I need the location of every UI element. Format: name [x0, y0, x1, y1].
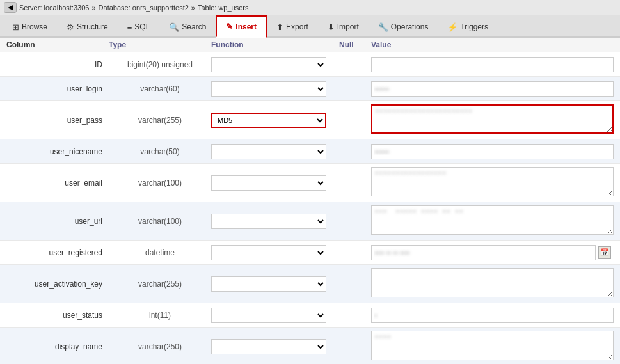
row-function-1: AES_DECRYPTAES_ENCRYPTBINBIT_COUNTCHARCO…: [211, 81, 339, 97]
row-column-6: user_registered: [6, 248, 109, 257]
calendar-button-6[interactable]: 📅: [598, 246, 611, 259]
export-tab-label: Export: [286, 22, 308, 31]
row-value-9: [371, 331, 614, 362]
row-function-8: AES_DECRYPTAES_ENCRYPTBINBIT_COUNTCHARCO…: [211, 308, 339, 323]
row-value-7: [371, 268, 614, 299]
value-input-6[interactable]: [371, 245, 596, 260]
triggers-tab-icon: ⚡: [447, 22, 457, 32]
search-tab-label: Search: [182, 22, 206, 31]
back-button[interactable]: ◀: [4, 2, 17, 13]
function-select-9[interactable]: AES_DECRYPTAES_ENCRYPTBINBIT_COUNTCHARCO…: [211, 339, 326, 354]
export-tab-icon: ⬆: [276, 22, 283, 32]
row-type-2: varchar(255): [109, 116, 211, 125]
search-tab-icon: 🔍: [169, 22, 179, 32]
row-type-1: varchar(60): [109, 84, 211, 93]
table-row: IDbigint(20) unsignedAES_DECRYPTAES_ENCR…: [0, 52, 620, 77]
sql-tab-icon: ≡: [127, 22, 132, 32]
tab-triggers[interactable]: ⚡Triggers: [438, 17, 498, 37]
value-textarea-7[interactable]: [371, 268, 614, 297]
value-textarea-5[interactable]: [371, 205, 614, 235]
sql-tab-label: SQL: [134, 22, 150, 31]
header-function: Function: [211, 40, 339, 49]
row-type-5: varchar(100): [109, 217, 211, 226]
row-column-1: user_login: [6, 84, 109, 93]
row-type-9: varchar(250): [109, 342, 211, 351]
row-value-6: 📅: [371, 245, 614, 260]
function-select-4[interactable]: AES_DECRYPTAES_ENCRYPTBINBIT_COUNTCHARCO…: [211, 175, 326, 191]
operations-tab-icon: 🔧: [378, 22, 388, 32]
header-column: Column: [6, 40, 109, 49]
row-value-5: [371, 205, 614, 237]
row-value-2: [371, 104, 614, 136]
row-type-4: varchar(100): [109, 178, 211, 187]
row-type-8: int(11): [109, 311, 211, 320]
row-type-0: bigint(20) unsigned: [109, 60, 211, 69]
value-input-3[interactable]: [371, 144, 614, 159]
table-label: Table: wp_users: [198, 4, 249, 12]
row-column-2: user_pass: [6, 116, 109, 125]
tab-browse[interactable]: ⊞Browse: [3, 17, 57, 37]
function-select-2[interactable]: AES_DECRYPTAES_ENCRYPTBINBIT_COUNTCHARCO…: [211, 113, 326, 128]
row-column-0: ID: [6, 60, 109, 69]
browse-tab-label: Browse: [22, 22, 47, 31]
value-textarea-4[interactable]: [371, 167, 614, 196]
import-tab-label: Import: [337, 22, 359, 31]
table-row: user_statusint(11)AES_DECRYPTAES_ENCRYPT…: [0, 303, 620, 328]
function-select-0[interactable]: AES_DECRYPTAES_ENCRYPTBINBIT_COUNTCHARCO…: [211, 57, 326, 72]
row-function-0: AES_DECRYPTAES_ENCRYPTBINBIT_COUNTCHARCO…: [211, 57, 339, 72]
sep2: »: [191, 4, 195, 12]
structure-tab-icon: ⚙: [67, 22, 74, 32]
value-input-8[interactable]: [371, 308, 614, 323]
row-type-7: varchar(255): [109, 280, 211, 289]
function-select-7[interactable]: AES_DECRYPTAES_ENCRYPTBINBIT_COUNTCHARCO…: [211, 276, 326, 292]
value-textarea-9[interactable]: [371, 331, 614, 360]
function-select-1[interactable]: AES_DECRYPTAES_ENCRYPTBINBIT_COUNTCHARCO…: [211, 81, 326, 97]
function-select-6[interactable]: AES_DECRYPTAES_ENCRYPTBINBIT_COUNTCHARCO…: [211, 245, 326, 260]
table-row: user_loginvarchar(60)AES_DECRYPTAES_ENCR…: [0, 77, 620, 101]
row-column-5: user_url: [6, 217, 109, 226]
tab-insert[interactable]: ✎Insert: [216, 15, 267, 38]
row-type-3: varchar(50): [109, 147, 211, 156]
function-select-8[interactable]: AES_DECRYPTAES_ENCRYPTBINBIT_COUNTCHARCO…: [211, 308, 326, 323]
header-type: Type: [109, 40, 211, 49]
tab-search[interactable]: 🔍Search: [159, 17, 216, 37]
value-input-0[interactable]: [371, 57, 614, 72]
header-value: Value: [371, 40, 614, 49]
row-column-4: user_email: [6, 178, 109, 187]
function-select-3[interactable]: AES_DECRYPTAES_ENCRYPTBINBIT_COUNTCHARCO…: [211, 144, 326, 159]
row-function-7: AES_DECRYPTAES_ENCRYPTBINBIT_COUNTCHARCO…: [211, 276, 339, 292]
database-label: Database: onrs_supporttest2: [99, 4, 189, 12]
row-function-9: AES_DECRYPTAES_ENCRYPTBINBIT_COUNTCHARCO…: [211, 339, 339, 354]
row-function-3: AES_DECRYPTAES_ENCRYPTBINBIT_COUNTCHARCO…: [211, 144, 339, 159]
row-type-6: datetime: [109, 248, 211, 257]
row-function-4: AES_DECRYPTAES_ENCRYPTBINBIT_COUNTCHARCO…: [211, 175, 339, 191]
tab-import[interactable]: ⬇Import: [318, 17, 369, 37]
triggers-tab-label: Triggers: [460, 22, 488, 31]
tab-operations[interactable]: 🔧Operations: [369, 17, 438, 37]
value-input-1[interactable]: [371, 81, 614, 97]
browse-tab-icon: ⊞: [12, 22, 19, 32]
row-function-5: AES_DECRYPTAES_ENCRYPTBINBIT_COUNTCHARCO…: [211, 214, 339, 229]
tab-structure[interactable]: ⚙Structure: [57, 17, 118, 37]
value-textarea-2[interactable]: [371, 104, 614, 134]
tab-export[interactable]: ⬆Export: [267, 17, 318, 37]
table-row: user_passvarchar(255)AES_DECRYPTAES_ENCR…: [0, 101, 620, 139]
row-function-6: AES_DECRYPTAES_ENCRYPTBINBIT_COUNTCHARCO…: [211, 245, 339, 260]
row-column-7: user_activation_key: [6, 280, 109, 289]
row-value-8: [371, 308, 614, 323]
row-column-9: display_name: [6, 342, 109, 351]
insert-tab-label: Insert: [235, 22, 257, 31]
row-value-0: [371, 57, 614, 72]
tab-sql[interactable]: ≡SQL: [118, 17, 160, 37]
row-value-3: [371, 144, 614, 159]
table-row: user_registereddatetimeAES_DECRYPTAES_EN…: [0, 241, 620, 265]
function-select-5[interactable]: AES_DECRYPTAES_ENCRYPTBINBIT_COUNTCHARCO…: [211, 214, 326, 229]
table-row: display_namevarchar(250)AES_DECRYPTAES_E…: [0, 328, 620, 364]
row-value-1: [371, 81, 614, 97]
sep1: »: [91, 4, 95, 12]
row-function-2: AES_DECRYPTAES_ENCRYPTBINBIT_COUNTCHARCO…: [211, 113, 339, 128]
operations-tab-label: Operations: [391, 22, 429, 31]
table-row: user_emailvarchar(100)AES_DECRYPTAES_ENC…: [0, 164, 620, 202]
header-null: Null: [339, 40, 371, 49]
row-value-4: [371, 167, 614, 198]
